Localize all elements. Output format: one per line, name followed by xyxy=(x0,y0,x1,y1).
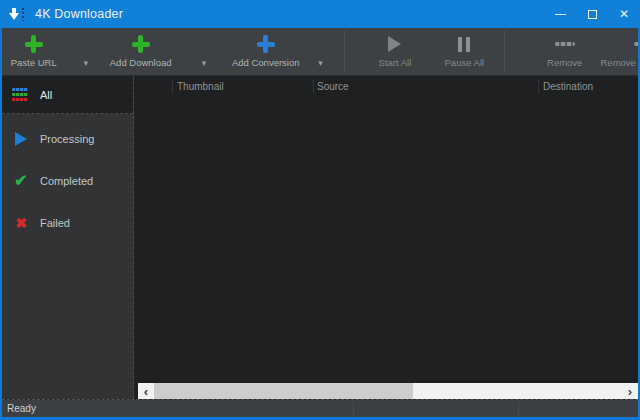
app-logo-download-icon xyxy=(9,7,26,22)
add-download-button[interactable]: Add Download xyxy=(108,28,173,75)
download-list: Thumbnail Source Destination ‹ › xyxy=(134,76,638,399)
toolbar: Paste URL ▾ Add Download ▾ Add Conversio… xyxy=(2,28,638,76)
plus-green-icon xyxy=(132,35,150,53)
chevron-right-icon: › xyxy=(628,384,632,399)
sidebar-item-completed[interactable]: ✔ Completed xyxy=(2,160,133,202)
title-bar: 4K Downloader ✕ xyxy=(0,0,640,28)
play-icon xyxy=(388,36,401,52)
remove-all-label: Remove xyxy=(601,57,636,68)
scroll-right-button[interactable]: › xyxy=(622,383,638,399)
sidebar-item-processing[interactable]: Processing xyxy=(2,118,133,160)
start-all-button[interactable]: Start All xyxy=(363,28,426,75)
maximize-button[interactable] xyxy=(576,0,608,28)
close-button[interactable]: ✕ xyxy=(608,0,640,28)
add-conversion-label: Add Conversion xyxy=(232,57,300,68)
x-red-icon: ✖ xyxy=(12,216,30,230)
sidebar-item-all[interactable]: All xyxy=(2,76,133,114)
filter-sidebar: All Processing ✔ Completed ✖ Failed xyxy=(2,76,134,399)
scroll-left-button[interactable]: ‹ xyxy=(138,383,154,399)
add-conversion-dropdown-button[interactable]: ▾ xyxy=(297,28,345,75)
column-header-destination: Destination xyxy=(543,81,593,92)
toolbar-separator xyxy=(344,31,345,72)
scrollbar-thumb[interactable] xyxy=(154,383,413,399)
sidebar-item-label: All xyxy=(40,89,52,101)
check-green-icon: ✔ xyxy=(12,173,30,189)
remove-all-button[interactable]: Remove xyxy=(598,28,638,75)
status-bar: Ready xyxy=(2,400,638,417)
column-separator xyxy=(313,80,314,93)
start-all-label: Start All xyxy=(379,57,412,68)
paste-url-dropdown-button[interactable]: ▾ xyxy=(63,28,108,75)
paste-url-label: Paste URL xyxy=(11,57,57,68)
column-separator xyxy=(172,80,173,93)
add-download-dropdown-button[interactable]: ▾ xyxy=(173,28,234,75)
sidebar-item-label: Failed xyxy=(40,217,70,229)
minus-icon xyxy=(634,42,638,46)
colored-list-icon xyxy=(12,87,30,102)
column-separator xyxy=(538,80,539,93)
chevron-down-icon: ▾ xyxy=(83,58,88,68)
maximize-icon xyxy=(588,10,597,19)
toolbar-separator xyxy=(504,31,505,72)
status-text: Ready xyxy=(7,403,36,414)
sidebar-item-label: Processing xyxy=(40,133,94,145)
pause-all-label: Pause All xyxy=(445,57,485,68)
play-blue-icon xyxy=(12,132,30,146)
app-window: 4K Downloader ✕ Paste URL ▾ Add Download… xyxy=(0,0,640,420)
chevron-down-icon: ▾ xyxy=(202,58,207,68)
content-area: All Processing ✔ Completed ✖ Failed Th xyxy=(2,76,638,400)
minimize-button[interactable] xyxy=(544,0,576,28)
sidebar-item-label: Completed xyxy=(40,175,93,187)
minus-icon xyxy=(555,42,575,46)
window-controls: ✕ xyxy=(544,0,640,28)
statusbar-separator xyxy=(353,402,354,415)
minimize-icon xyxy=(555,14,566,15)
chevron-left-icon: ‹ xyxy=(144,384,148,399)
add-conversion-button[interactable]: Add Conversion xyxy=(235,28,297,75)
window-title: 4K Downloader xyxy=(35,7,123,21)
add-download-label: Add Download xyxy=(110,57,172,68)
remove-label: Remove xyxy=(547,57,582,68)
column-header-thumbnail: Thumbnail xyxy=(177,81,224,92)
remove-button[interactable]: Remove xyxy=(533,28,596,75)
column-header-source: Source xyxy=(317,81,349,92)
pause-icon xyxy=(458,37,470,52)
plus-blue-icon xyxy=(257,35,275,53)
sidebar-item-failed[interactable]: ✖ Failed xyxy=(2,202,133,244)
paste-url-button[interactable]: Paste URL xyxy=(4,28,63,75)
plus-green-icon xyxy=(25,35,43,53)
horizontal-scrollbar[interactable]: ‹ › xyxy=(138,383,638,399)
statusbar-separator xyxy=(518,402,519,415)
scrollbar-track[interactable] xyxy=(154,383,622,399)
close-icon: ✕ xyxy=(619,8,629,20)
pause-all-button[interactable]: Pause All xyxy=(433,28,496,75)
chevron-down-icon: ▾ xyxy=(318,58,323,68)
